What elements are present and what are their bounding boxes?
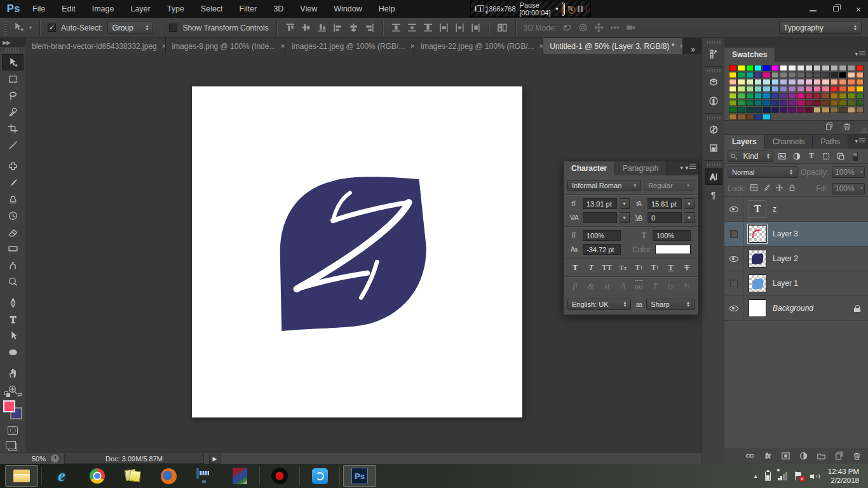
swatch[interactable] (847, 72, 855, 78)
font-size-field[interactable]: 13.01 pt (583, 198, 617, 209)
swatch[interactable] (763, 86, 770, 92)
swatch[interactable] (856, 72, 864, 78)
link-layers-icon[interactable] (745, 451, 755, 463)
opacity-value[interactable]: 100%▼ (832, 166, 865, 178)
swatch[interactable] (788, 93, 796, 99)
swatch[interactable] (805, 65, 813, 71)
swatch[interactable] (839, 107, 846, 113)
align-vertical-centers-icon[interactable] (301, 22, 311, 33)
swash-button[interactable]: A (616, 280, 629, 292)
delete-swatch-icon[interactable] (843, 122, 851, 133)
dock-grip[interactable] (707, 163, 721, 166)
swatch[interactable] (847, 100, 855, 106)
delete-layer-icon[interactable] (852, 451, 862, 463)
swatch[interactable] (831, 65, 838, 71)
document-canvas[interactable] (192, 86, 522, 417)
document-tab[interactable]: blem-brand-vector-id654338332.jpeg× (25, 38, 166, 54)
all-caps-button[interactable]: TT (600, 262, 613, 273)
leading-dropdown[interactable]: ▼ (684, 198, 695, 209)
strikethrough-button[interactable]: T (681, 262, 693, 273)
new-group-icon[interactable] (817, 451, 826, 463)
filter-shape-layers-icon[interactable] (820, 151, 832, 162)
swatch[interactable] (754, 86, 762, 92)
tray-expand-icon[interactable]: ▲ (753, 473, 758, 479)
dodge-tool[interactable] (2, 273, 24, 290)
recorder-pause-button[interactable] (578, 6, 583, 12)
distribute-left-edges-icon[interactable] (438, 22, 449, 33)
clone-stamp-tool[interactable] (2, 191, 24, 207)
swatch[interactable] (771, 72, 779, 78)
swatch[interactable] (746, 93, 754, 99)
swatch[interactable] (729, 114, 736, 120)
swatch[interactable] (847, 65, 855, 71)
swatch[interactable] (746, 114, 754, 120)
swatch[interactable] (822, 79, 829, 85)
layer-row-text-z[interactable]: T z (724, 197, 868, 222)
tool-preset-dropdown-icon[interactable]: ▾ (29, 25, 32, 30)
distribute-top-edges-icon[interactable] (391, 22, 402, 33)
taskbar-photoshop[interactable]: Ps (343, 465, 376, 487)
tab-overflow-icon[interactable]: » (683, 45, 702, 54)
default-colors-icon[interactable] (4, 391, 11, 398)
swatch[interactable] (813, 79, 821, 85)
swatch[interactable] (729, 72, 736, 78)
swatch[interactable] (737, 114, 745, 120)
swatch[interactable] (780, 93, 787, 99)
tab-swatches[interactable]: Swatches (724, 48, 775, 62)
underline-button[interactable]: T (665, 262, 677, 273)
3d-roll-icon[interactable] (578, 22, 588, 33)
align-top-edges-icon[interactable] (285, 22, 295, 33)
lock-all-icon[interactable] (788, 184, 797, 193)
swatch[interactable] (856, 65, 864, 71)
tab-layers[interactable]: Layers (724, 135, 765, 149)
text-color-swatch[interactable] (655, 245, 691, 254)
vertical-scale-field[interactable]: 100% (583, 230, 621, 241)
new-layer-icon[interactable] (834, 451, 844, 463)
swatch[interactable] (771, 93, 779, 99)
align-right-edges-icon[interactable] (364, 22, 375, 33)
swatch[interactable] (797, 93, 804, 99)
swatch[interactable] (839, 65, 846, 71)
3d-drag-icon[interactable] (593, 22, 604, 33)
lock-position-icon[interactable] (775, 184, 784, 193)
history-panel-icon[interactable] (705, 46, 722, 62)
menu-edit[interactable]: Edit (53, 0, 84, 18)
swatch[interactable] (746, 79, 754, 85)
swatch[interactable] (780, 72, 787, 78)
swatch[interactable] (771, 79, 779, 85)
faux-italic-button[interactable]: T (585, 262, 597, 273)
font-style-select[interactable]: Regular▼ (644, 180, 695, 191)
battery-icon[interactable] (765, 471, 771, 481)
lasso-tool[interactable] (2, 87, 24, 104)
move-tool[interactable] (2, 54, 24, 71)
dock-grip[interactable] (707, 116, 721, 119)
minimize-button[interactable] (808, 4, 817, 13)
swatch[interactable] (754, 93, 762, 99)
swatch[interactable] (822, 86, 829, 92)
swatch[interactable] (780, 100, 787, 106)
history-brush-tool[interactable] (2, 207, 24, 224)
menu-image[interactable]: Image (84, 0, 123, 18)
document-tab[interactable]: images-8.png @ 100% (Inde...× (166, 38, 286, 54)
swatch[interactable] (737, 79, 745, 85)
dock-grip[interactable] (707, 69, 721, 72)
swatch[interactable] (813, 65, 821, 71)
swatch[interactable] (797, 86, 804, 92)
3d-panel-icon[interactable] (705, 74, 722, 91)
spot-healing-brush-tool[interactable] (2, 158, 24, 174)
filter-smart-objects-icon[interactable] (835, 151, 846, 162)
taskbar-screen-recorder[interactable] (263, 465, 296, 487)
swatch[interactable] (780, 79, 787, 85)
menu-window[interactable]: Window (325, 0, 370, 18)
menu-view[interactable]: View (292, 0, 325, 18)
options-bar-grip[interactable] (4, 21, 7, 35)
swatch[interactable] (813, 72, 821, 78)
taskbar-internet-explorer[interactable]: e (45, 465, 78, 487)
swatch[interactable] (771, 100, 779, 106)
panel-menu-icon[interactable] (685, 165, 696, 171)
font-size-dropdown[interactable]: ▼ (620, 198, 630, 209)
swatch[interactable] (797, 65, 804, 71)
taskbar-chrome[interactable] (81, 465, 114, 487)
layer-row-layer2[interactable]: Layer 2 (724, 247, 868, 271)
status-options-arrow[interactable]: ▶ (209, 454, 220, 464)
